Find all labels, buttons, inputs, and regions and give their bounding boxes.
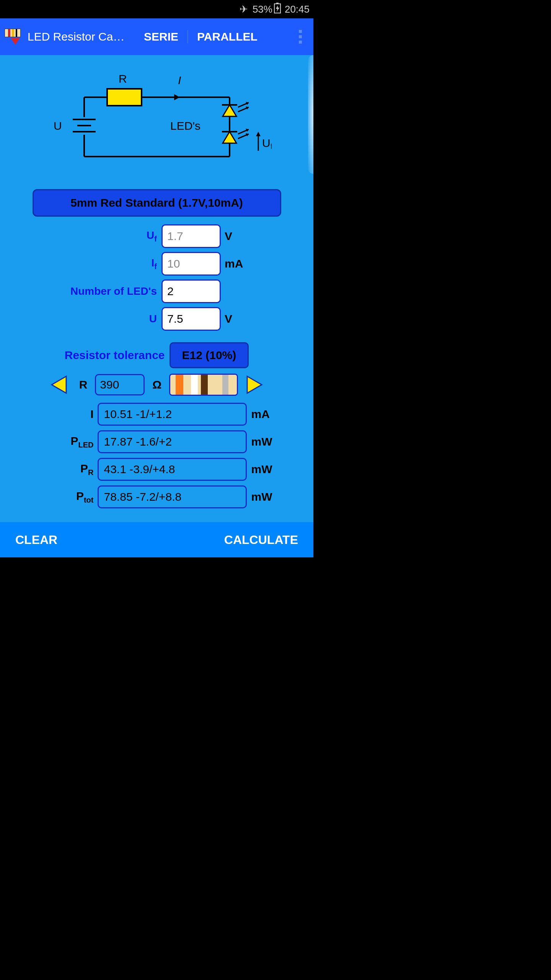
row-output-pled: PLED 17.87 -1.6/+2 mW	[0, 430, 313, 453]
row-tolerance: Resistor tolerance E12 (10%)	[0, 342, 313, 368]
r-label: R	[79, 378, 88, 391]
svg-marker-6	[174, 94, 180, 100]
app-bar: LED Resistor Ca… SERIE PARALLEL	[0, 18, 313, 55]
output-pled-label: PLED	[33, 434, 98, 449]
next-resistor-arrow-icon[interactable]	[246, 375, 264, 395]
led-type-button[interactable]: 5mm Red Standard (1.7V,10mA)	[33, 189, 281, 217]
if-unit: mA	[221, 257, 271, 270]
output-pr-value: 43.1 -3.9/+4.8	[98, 458, 247, 481]
output-ptot-label: Ptot	[33, 490, 98, 505]
row-uf: Uf V	[0, 224, 313, 248]
output-pr-label: PR	[33, 462, 98, 477]
svg-marker-27	[256, 132, 261, 136]
diagram-i-label: I	[178, 74, 181, 87]
r-value: 390	[95, 374, 145, 395]
app-title: LED Resistor Ca…	[28, 30, 131, 43]
clear-button[interactable]: CLEAR	[15, 533, 57, 547]
diagram-uf-label: U	[262, 137, 271, 149]
row-output-pr: PR 43.1 -3.9/+4.8 mW	[0, 458, 313, 481]
output-i-value: 10.51 -1/+1.2	[98, 403, 247, 426]
uf-input[interactable]	[161, 224, 221, 248]
svg-rect-4	[107, 89, 142, 106]
uf-label: Uf	[43, 229, 161, 243]
r-unit: Ω	[152, 378, 161, 391]
row-output-ptot: Ptot 78.85 -7.2/+8.8 mW	[0, 485, 313, 508]
svg-marker-29	[247, 376, 262, 393]
output-pled-unit: mW	[247, 435, 281, 448]
status-bar: ✈ 53% 20:45	[0, 0, 313, 18]
row-nled: Number of LED's	[0, 279, 313, 303]
if-label: If	[43, 257, 161, 271]
calculate-button[interactable]: CALCULATE	[224, 533, 298, 547]
tolerance-label: Resistor tolerance	[65, 349, 165, 362]
prev-resistor-arrow-icon[interactable]	[49, 375, 68, 395]
output-pr-unit: mW	[247, 463, 281, 476]
row-output-i: I 10.51 -1/+1.2 mA	[0, 403, 313, 426]
tab-serie[interactable]: SERIE	[135, 30, 188, 43]
nled-input[interactable]	[161, 279, 221, 303]
row-resistor: R 390 Ω	[0, 374, 313, 396]
if-input[interactable]	[161, 252, 221, 276]
scroll-glow	[308, 55, 313, 174]
u-unit: V	[221, 312, 271, 325]
tolerance-button[interactable]: E12 (10%)	[170, 342, 249, 368]
output-ptot-value: 78.85 -7.2/+8.8	[98, 485, 247, 508]
row-if: If mA	[0, 252, 313, 276]
output-i-label: I	[33, 408, 98, 421]
circuit-diagram: U R I LED's U f	[42, 70, 272, 170]
output-i-unit: mA	[247, 408, 281, 421]
uf-unit: V	[221, 230, 271, 243]
output-ptot-unit: mW	[247, 490, 281, 503]
resistor-color-bands	[169, 374, 238, 396]
svg-rect-1	[276, 3, 279, 4]
u-label: U	[43, 313, 161, 325]
svg-marker-14	[223, 105, 236, 116]
svg-marker-2	[276, 5, 279, 12]
app-icon	[4, 27, 23, 46]
bottom-bar: CLEAR CALCULATE	[0, 522, 313, 557]
svg-marker-20	[223, 132, 236, 143]
nled-label: Number of LED's	[43, 285, 161, 297]
u-input[interactable]	[161, 307, 221, 331]
tab-parallel[interactable]: PARALLEL	[188, 30, 267, 43]
battery-charging-icon	[274, 3, 281, 16]
row-u: U V	[0, 307, 313, 331]
svg-marker-28	[52, 376, 66, 393]
diagram-r-label: R	[119, 72, 127, 85]
main-content: U R I LED's U f 5mm Red Standard (1.7V,1…	[0, 55, 313, 522]
output-pled-value: 17.87 -1.6/+2	[98, 430, 247, 453]
battery-percent: 53%	[253, 3, 272, 15]
tabs: SERIE PARALLEL	[135, 30, 267, 43]
diagram-leds-label: LED's	[170, 119, 201, 132]
diagram-uf-sub: f	[271, 142, 272, 150]
clock: 20:45	[285, 3, 310, 15]
overflow-menu-icon[interactable]	[291, 28, 310, 46]
diagram-u-label: U	[54, 119, 62, 132]
airplane-mode-icon: ✈	[240, 3, 248, 15]
